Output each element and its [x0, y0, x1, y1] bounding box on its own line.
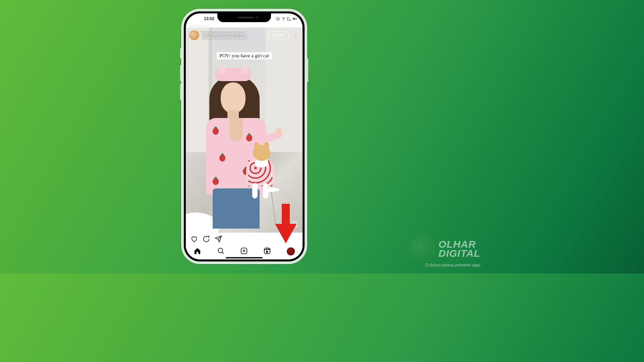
phone-screen: 13:02 . . . . . . . . .: [186, 13, 303, 259]
truncated-text: . . . . . . . . .: [190, 23, 208, 27]
bottom-nav: [186, 243, 303, 259]
share-icon[interactable]: [215, 235, 222, 244]
svg-rect-4: [293, 18, 295, 19]
svg-rect-3: [297, 18, 297, 19]
author-username: heyitsgingerandpepper: [202, 31, 247, 36]
reels-tab[interactable]: [263, 247, 271, 256]
brand-tagline: O futuro passa primeiro aqui: [410, 262, 480, 267]
brand-wordmark: OLHAR DIGITAL: [438, 240, 480, 258]
profile-tab[interactable]: [287, 247, 295, 255]
reel-header: heyitsgingerandpepper Mitski • My Love M…: [189, 30, 299, 40]
wifi-icon: [281, 17, 286, 21]
volume-up: [180, 65, 181, 81]
svg-point-5: [218, 248, 222, 252]
like-icon[interactable]: [191, 235, 198, 244]
phone-frame: 13:02 . . . . . . . . .: [181, 9, 307, 264]
home-indicator: [226, 257, 263, 258]
status-time: 13:02: [204, 16, 214, 21]
volume-down: [180, 84, 181, 100]
dnd-icon: [276, 17, 280, 21]
brand-globe-icon: [410, 237, 434, 260]
author-avatar[interactable]: [189, 30, 199, 40]
brand-watermark: OLHAR DIGITAL O futuro passa primeiro aq…: [410, 237, 480, 267]
bookmark-icon[interactable]: [292, 221, 299, 229]
svg-point-1: [283, 19, 284, 20]
home-tab[interactable]: [194, 247, 201, 256]
author-info[interactable]: heyitsgingerandpepper Mitski • My Love M…: [202, 31, 247, 40]
audio-track: Mitski • My Love Mine All Mine: [202, 36, 247, 40]
video-caption: POV: you have a girl cat: [217, 52, 272, 59]
svg-rect-7: [264, 248, 270, 253]
notch: [217, 13, 271, 22]
search-tab[interactable]: [217, 247, 225, 256]
signal-icon: [287, 17, 291, 21]
action-bar: [186, 233, 303, 245]
create-tab[interactable]: [240, 247, 248, 256]
reel-video[interactable]: heyitsgingerandpepper Mitski • My Love M…: [186, 27, 303, 233]
power-button: [307, 58, 308, 82]
status-icons: [276, 17, 297, 21]
comment-icon[interactable]: [203, 235, 210, 244]
mute-switch: [180, 48, 181, 58]
more-options-icon[interactable]: ⋯: [293, 32, 298, 39]
battery-icon: [293, 17, 297, 21]
follow-button[interactable]: Seguir: [268, 31, 288, 39]
